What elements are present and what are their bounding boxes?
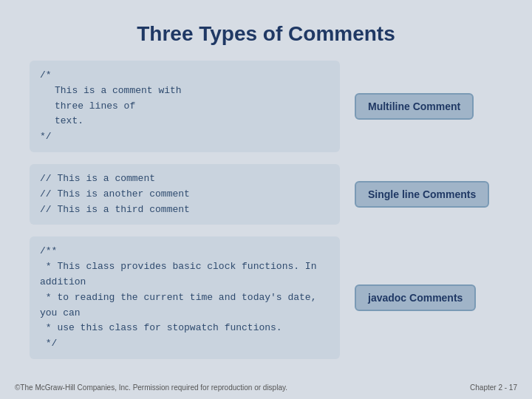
- single-section: // This is a comment // This is another …: [30, 164, 502, 225]
- multiline-code: /* This is a comment with three lines of…: [30, 61, 340, 152]
- code-line: /*: [40, 68, 330, 83]
- code-line: three lines of: [55, 99, 330, 115]
- code-line: * use this class for stopwatch functions…: [40, 321, 330, 336]
- code-line: */: [40, 336, 330, 352]
- code-line: This is a comment with: [55, 83, 330, 99]
- slide-title: Three Types of Comments: [30, 15, 502, 46]
- code-line: // This is a comment: [40, 171, 330, 187]
- code-line: // This is another comment: [40, 187, 330, 202]
- multiline-section: /* This is a comment with three lines of…: [30, 61, 502, 152]
- footer: ©The McGraw-Hill Companies, Inc. Permiss…: [0, 383, 532, 392]
- code-line: /**: [40, 244, 330, 259]
- slide: Three Types of Comments /* This is a com…: [0, 0, 532, 399]
- code-line: // This is a third comment: [40, 202, 330, 218]
- code-line: text.: [55, 114, 330, 129]
- single-label: Single line Comments: [355, 181, 489, 208]
- javadoc-label: javadoc Comments: [355, 284, 476, 311]
- single-code: // This is a comment // This is another …: [30, 164, 340, 225]
- javadoc-section: /** * This class provides basic clock fu…: [30, 236, 502, 359]
- chapter-label: Chapter 2 - 17: [470, 383, 517, 392]
- multiline-label: Multiline Comment: [355, 93, 474, 120]
- code-line: * This class provides basic clock functi…: [40, 259, 330, 290]
- code-line: * to reading the current time and today'…: [40, 290, 330, 321]
- javadoc-code: /** * This class provides basic clock fu…: [30, 236, 340, 359]
- copyright-text: ©The McGraw-Hill Companies, Inc. Permiss…: [15, 383, 287, 392]
- code-line: */: [40, 129, 330, 145]
